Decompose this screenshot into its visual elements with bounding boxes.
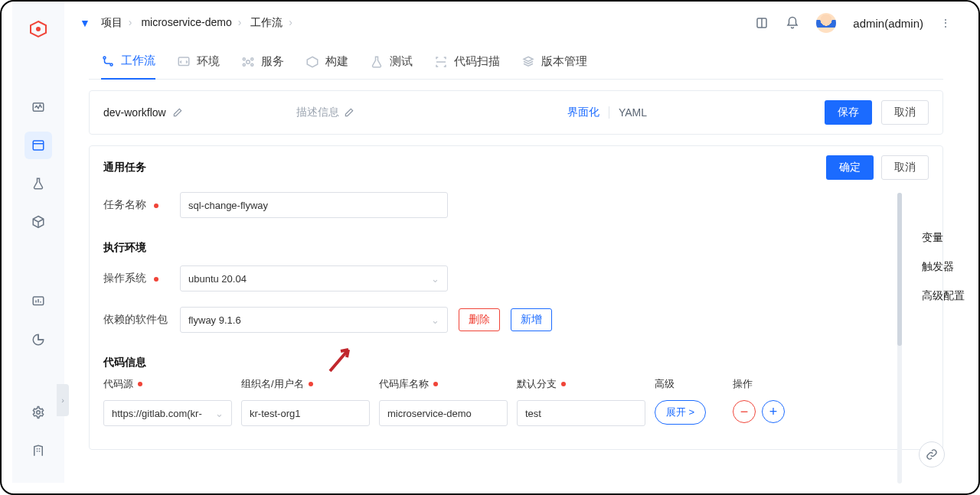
rail-item-pie[interactable] — [24, 326, 52, 353]
expand-button[interactable]: 展开 > — [655, 400, 706, 425]
rail-item-stats[interactable] — [24, 288, 52, 315]
project-switcher-icon[interactable]: ▼ — [80, 17, 90, 29]
svg-point-10 — [247, 60, 250, 64]
link-fab[interactable] — [919, 441, 945, 467]
crumb-root[interactable]: 项目 — [101, 16, 122, 28]
svg-point-13 — [243, 64, 245, 66]
rail-item-box[interactable] — [24, 208, 52, 236]
username[interactable]: admin(admin) — [853, 17, 923, 30]
task-name-input[interactable] — [180, 192, 448, 218]
svg-point-12 — [251, 57, 253, 60]
side-anchors: 变量 触发器 高级配置 — [922, 231, 968, 303]
view-toggle: 界面化 YAML — [567, 106, 647, 119]
chevron-down-icon: ⌄ — [215, 408, 224, 419]
scan-icon — [434, 55, 448, 69]
tab-test[interactable]: 测试 — [370, 44, 413, 80]
rail-item-settings[interactable] — [24, 399, 52, 426]
branch-input[interactable] — [517, 400, 645, 426]
tab-env[interactable]: 环境 — [177, 44, 220, 80]
top-bar: ▼ 项目› microservice-demo› 工作流› admin(admi… — [64, 2, 968, 44]
anchor-vars[interactable]: 变量 — [922, 231, 965, 245]
svg-point-14 — [251, 64, 253, 66]
svg-point-5 — [37, 411, 41, 415]
edit-desc-icon[interactable] — [344, 107, 376, 118]
crumb-section[interactable]: 工作流 — [250, 16, 283, 28]
save-button[interactable]: 保存 — [825, 100, 872, 125]
service-icon — [241, 55, 255, 69]
dep-label: 依赖的软件包 — [103, 313, 169, 327]
svg-marker-15 — [307, 57, 318, 67]
bell-icon[interactable] — [786, 16, 799, 30]
env-icon — [177, 55, 191, 69]
project-tabs: 工作流 环境 服务 构建 测试 代码扫描 版本管理 — [89, 44, 943, 80]
remove-row-button[interactable]: − — [733, 400, 756, 423]
head-branch: 默认分支 — [517, 377, 645, 391]
tab-build[interactable]: 构建 — [305, 44, 348, 80]
test-icon — [370, 55, 384, 69]
avatar[interactable] — [816, 13, 836, 33]
code-info-title: 代码信息 — [90, 340, 942, 373]
crumb-project[interactable]: microservice-demo — [141, 16, 231, 28]
os-select[interactable]: ubuntu 20.04 ⌄ — [180, 265, 448, 291]
org-input[interactable] — [241, 400, 370, 426]
breadcrumb: 项目› microservice-demo› 工作流› — [101, 16, 299, 30]
rail-item-project[interactable] — [24, 132, 52, 159]
confirm-button[interactable]: 确定 — [826, 155, 874, 180]
chevron-down-icon: ⌄ — [431, 273, 439, 285]
edit-name-icon[interactable] — [172, 107, 204, 118]
task-name-label: 任务名称 — [103, 198, 169, 212]
tab-service[interactable]: 服务 — [241, 44, 284, 80]
scrollbar-thumb[interactable] — [897, 193, 902, 346]
svg-point-7 — [103, 57, 106, 59]
tab-version[interactable]: 版本管理 — [521, 44, 587, 80]
cancel-task-button[interactable]: 取消 — [881, 155, 929, 180]
svg-rect-3 — [33, 141, 44, 150]
kebab-icon[interactable]: ⋮ — [940, 17, 952, 29]
toggle-yaml[interactable]: YAML — [609, 106, 647, 119]
svg-point-8 — [110, 64, 113, 66]
workflow-name: dev-workflow — [103, 106, 166, 119]
head-org: 组织名/用户名 — [241, 377, 370, 391]
workflow-icon — [101, 54, 115, 68]
exec-env-title: 执行环境 — [90, 226, 942, 258]
code-source-select[interactable]: https://gitlab.com(kr-⌄ — [103, 400, 232, 426]
tab-codescan[interactable]: 代码扫描 — [434, 44, 500, 80]
add-dep-button[interactable]: 新增 — [511, 308, 552, 331]
add-row-button[interactable]: + — [762, 400, 785, 423]
panel-title: 通用任务 — [103, 161, 146, 174]
repo-input[interactable] — [379, 400, 508, 426]
head-repo: 代码库名称 — [379, 377, 508, 391]
chevron-down-icon: ⌄ — [431, 314, 439, 326]
svg-point-11 — [243, 57, 245, 60]
version-icon — [521, 55, 535, 69]
tab-workflow[interactable]: 工作流 — [101, 44, 155, 80]
build-icon — [305, 55, 319, 69]
desc-label: 描述信息 — [296, 106, 339, 119]
book-icon[interactable] — [755, 16, 769, 30]
delete-dep-button[interactable]: 删除 — [459, 308, 500, 331]
dep-select[interactable]: flyway 9.1.6 ⌄ — [180, 307, 448, 333]
rail-item-monitor[interactable] — [24, 93, 52, 121]
head-code-source: 代码源 — [103, 377, 232, 391]
anchor-triggers[interactable]: 触发器 — [922, 260, 965, 274]
os-label: 操作系统 — [103, 272, 169, 285]
svg-point-1 — [36, 27, 41, 31]
anchor-advanced[interactable]: 高级配置 — [922, 289, 965, 303]
app-logo[interactable] — [29, 20, 47, 38]
head-advanced: 高级 — [655, 377, 724, 391]
head-ops: 操作 — [733, 377, 825, 391]
cancel-button[interactable]: 取消 — [881, 100, 929, 125]
workflow-toolbar: dev-workflow 描述信息 界面化 YAML 保存 取消 — [90, 91, 942, 134]
rail-item-flask[interactable] — [24, 170, 52, 197]
rail-item-db[interactable] — [24, 437, 52, 464]
toggle-ui[interactable]: 界面化 — [567, 106, 609, 119]
